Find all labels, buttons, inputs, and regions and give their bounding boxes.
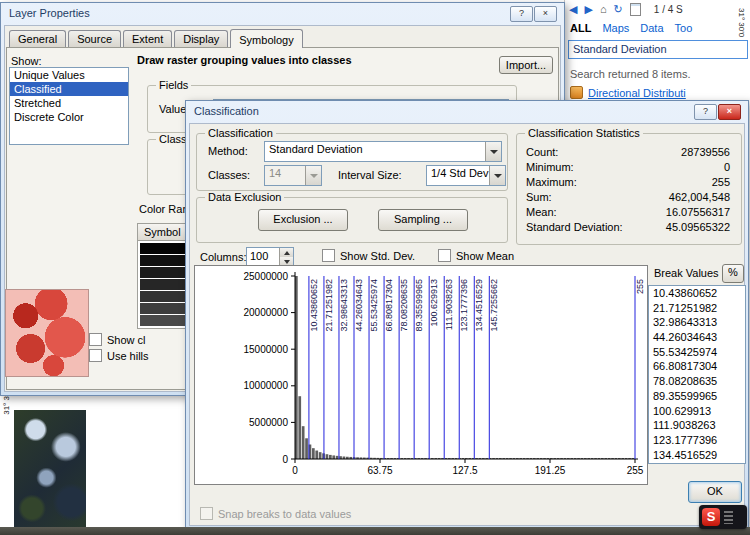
percent-button[interactable]: % [722, 264, 744, 283]
filter-tools[interactable]: Too [675, 22, 693, 34]
stats-rows: Count:28739556Minimum:0Maximum:255Sum:46… [526, 145, 730, 235]
checkbox-label: Use hills [107, 350, 149, 362]
svg-text:255: 255 [635, 279, 645, 294]
cls-titlebar[interactable]: Classification [186, 101, 748, 121]
break-value-item[interactable]: 32.98643313 [649, 315, 745, 330]
svg-text:127.5: 127.5 [452, 465, 477, 476]
map-preview-image[interactable] [14, 410, 86, 533]
show-mean-checkbox[interactable]: Show Mean [438, 249, 514, 262]
search-status: Search returned 8 items. [570, 68, 690, 80]
break-value-item[interactable]: 55.53425974 [649, 345, 745, 360]
home-icon[interactable]: ⌂ [600, 3, 607, 15]
sogou-input-panel[interactable]: S [699, 505, 747, 529]
refresh-icon[interactable]: ↻ [614, 3, 623, 16]
chevron-down-icon[interactable] [489, 166, 505, 185]
filter-maps[interactable]: Maps [602, 22, 629, 34]
map-coordinate-label-right: 31° 30'0 [737, 8, 746, 37]
stat-value: 0 [724, 160, 730, 175]
tab-extent[interactable]: Extent [123, 30, 172, 47]
sogou-menu-icon[interactable] [724, 511, 733, 524]
tab-source[interactable]: Source [68, 30, 121, 47]
use-hillshade-checkbox[interactable]: Use hills [89, 349, 149, 362]
break-value-item[interactable]: 10.43860652 [649, 286, 745, 301]
tab-symbology[interactable]: Symbology [230, 29, 302, 48]
svg-text:78.08208635: 78.08208635 [399, 279, 409, 332]
checkbox-label: Snap breaks to data values [218, 508, 351, 520]
break-value-item[interactable]: 100.629913 [649, 404, 745, 419]
svg-text:25000000: 25000000 [244, 271, 289, 282]
cls-help-button[interactable]: ? [694, 104, 717, 120]
break-value-item[interactable]: 111.9038263 [649, 418, 745, 433]
svg-text:111.9038263: 111.9038263 [444, 279, 454, 330]
page-icon[interactable] [630, 3, 641, 16]
search-result[interactable]: Directional Distributi [570, 86, 686, 99]
stat-label: Minimum: [526, 160, 574, 175]
snap-breaks-checkbox: Snap breaks to data values [200, 507, 351, 520]
taskbar[interactable] [0, 527, 750, 535]
interval-size-current: 1/4 Std Dev [427, 166, 489, 185]
method-current: Standard Deviation [265, 142, 485, 161]
filter-data[interactable]: Data [640, 22, 663, 34]
sampling-button[interactable]: Sampling ... [378, 209, 468, 231]
stat-row: Maximum:255 [526, 175, 730, 190]
lp-close-button[interactable]: × [534, 6, 557, 22]
show-class-checkbox[interactable]: Show cl [89, 333, 146, 346]
svg-text:145.7255662: 145.7255662 [489, 279, 499, 332]
break-value-item[interactable]: 44.26034643 [649, 330, 745, 345]
show-item-classified[interactable]: Classified [10, 82, 128, 96]
checkbox-box [89, 333, 102, 346]
lp-title: Layer Properties [9, 7, 90, 19]
histogram-chart[interactable]: 0500000010000000150000002000000025000000… [194, 265, 648, 485]
import-button[interactable]: Import... [499, 56, 553, 74]
cls-close-button[interactable]: × [718, 104, 741, 120]
checkbox-box [438, 249, 451, 262]
stat-value: 462,004,548 [669, 190, 730, 205]
forward-arrow-icon[interactable]: ▶ [584, 3, 592, 16]
svg-text:10.43860652: 10.43860652 [309, 279, 319, 332]
ok-button[interactable]: OK [688, 481, 742, 503]
break-value-item[interactable]: 66.80817304 [649, 359, 745, 374]
method-dropdown[interactable]: Standard Deviation [264, 141, 502, 162]
search-input[interactable]: Standard Deviation [568, 40, 748, 59]
back-arrow-icon[interactable]: ◀ [569, 3, 577, 16]
lp-titlebar[interactable]: Layer Properties [1, 3, 564, 23]
stat-row: Mean:16.07556317 [526, 205, 730, 220]
show-std-dev-checkbox[interactable]: Show Std. Dev. [322, 249, 415, 262]
svg-text:15000000: 15000000 [244, 344, 289, 355]
filter-all[interactable]: ALL [570, 22, 591, 34]
data-exclusion-group-label: Data Exclusion [205, 191, 284, 203]
break-value-item[interactable]: 89.35599965 [649, 389, 745, 404]
exclusion-button[interactable]: Exclusion ... [258, 209, 348, 231]
columns-spinner[interactable]: 100 [246, 247, 294, 267]
show-item-stretched[interactable]: Stretched [10, 96, 128, 110]
svg-text:20000000: 20000000 [244, 307, 289, 318]
symbology-heading: Draw raster grouping values into classes [137, 54, 352, 66]
chevron-down-icon[interactable] [485, 142, 501, 161]
break-value-item[interactable]: 123.1777396 [649, 433, 745, 448]
checkbox-box [89, 349, 102, 362]
stat-value: 255 [712, 175, 730, 190]
tab-display[interactable]: Display [174, 30, 228, 47]
spinner-up-icon[interactable] [280, 248, 293, 257]
show-item-discrete-color[interactable]: Discrete Color [10, 110, 128, 124]
checkbox-label: Show Mean [456, 250, 514, 262]
classification-group-label: Classification [205, 127, 276, 139]
search-filter-row: ALL Maps Data Too [570, 22, 692, 34]
break-value-item[interactable]: 21.71251982 [649, 301, 745, 316]
break-value-item[interactable]: 78.08208635 [649, 374, 745, 389]
stat-label: Standard Deviation: [526, 220, 623, 235]
show-item-unique-values[interactable]: Unique Values [10, 68, 128, 82]
break-values-label: Break Values [654, 267, 719, 279]
fields-group-label: Fields [156, 79, 191, 91]
map-coordinate-label-left: 31° 3 [2, 396, 11, 415]
stat-value: 16.07556317 [666, 205, 730, 220]
break-value-item[interactable]: 134.4516529 [649, 448, 745, 463]
interval-size-dropdown[interactable]: 1/4 Std Dev [426, 165, 506, 186]
tab-general[interactable]: General [9, 30, 66, 47]
stat-label: Count: [526, 145, 558, 160]
svg-text:100.629913: 100.629913 [429, 279, 439, 327]
lp-help-button[interactable]: ? [510, 6, 533, 22]
svg-text:44.26034643: 44.26034643 [354, 279, 364, 332]
classes-current: 14 [265, 166, 305, 185]
cls-title: Classification [194, 105, 259, 117]
